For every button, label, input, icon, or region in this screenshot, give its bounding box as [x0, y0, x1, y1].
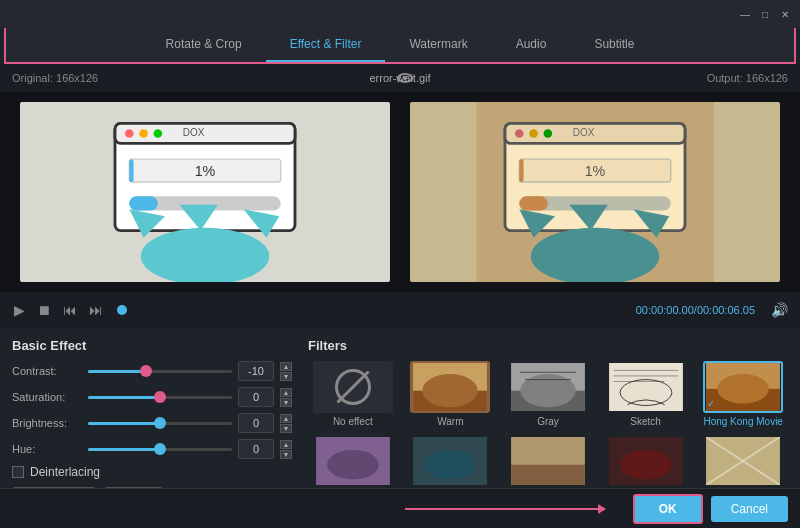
selected-check-icon: ✓: [707, 398, 715, 409]
contrast-slider[interactable]: [88, 370, 232, 373]
stop-button[interactable]: ⏹: [35, 300, 53, 320]
tab-rotate-crop[interactable]: Rotate & Crop: [142, 28, 266, 62]
filter-9[interactable]: [601, 435, 691, 490]
maximize-button[interactable]: □: [758, 7, 772, 21]
hue-slider[interactable]: [88, 448, 232, 451]
svg-text:1%: 1%: [585, 163, 606, 179]
filter-label-gray: Gray: [537, 416, 559, 427]
svg-text:1%: 1%: [195, 163, 216, 179]
brightness-value: 0: [238, 413, 274, 433]
controls-bar: ▶ ⏹ ⏮ ⏭ 00:00:00.00/00:00:06.05 🔊: [0, 292, 800, 328]
contrast-up-btn[interactable]: ▲: [280, 362, 292, 371]
svg-point-49: [327, 450, 379, 480]
svg-rect-10: [129, 196, 158, 210]
output-preview: DOX 1%: [410, 102, 780, 282]
cancel-button[interactable]: Cancel: [711, 496, 788, 522]
filter-sketch[interactable]: Sketch: [601, 361, 691, 427]
svg-rect-47: [706, 363, 780, 411]
filter-thumb-sketch: [606, 361, 686, 413]
svg-point-4: [154, 129, 163, 138]
tab-bar: Rotate & Crop Effect & Filter Watermark …: [4, 28, 796, 64]
svg-point-19: [529, 129, 538, 138]
saturation-thumb[interactable]: [154, 391, 166, 403]
saturation-fill: [88, 396, 160, 399]
preview-area: DOX 1% DOX: [0, 92, 800, 292]
brightness-slider[interactable]: [88, 422, 232, 425]
filter-8[interactable]: [503, 435, 593, 490]
filter-thumb-6: [313, 435, 393, 487]
svg-point-20: [544, 129, 553, 138]
saturation-slider[interactable]: [88, 396, 232, 399]
contrast-down-btn[interactable]: ▼: [280, 372, 292, 381]
saturation-down-btn[interactable]: ▼: [280, 398, 292, 407]
arrow-line: [405, 508, 605, 510]
contrast-value: -10: [238, 361, 274, 381]
basic-effect-panel: Basic Effect Contrast: -10 ▲ ▼ Saturatio…: [12, 338, 292, 478]
hue-value: 0: [238, 439, 274, 459]
hue-up-btn[interactable]: ▲: [280, 440, 292, 449]
filename-label: error-wait.gif: [369, 72, 430, 84]
close-button[interactable]: ✕: [778, 7, 792, 21]
arrow-indicator: [12, 508, 625, 510]
filters-title: Filters: [308, 338, 788, 353]
contrast-thumb[interactable]: [140, 365, 152, 377]
hue-thumb[interactable]: [154, 443, 166, 455]
filter-warm[interactable]: Warm: [406, 361, 496, 427]
no-effect-icon: [335, 369, 371, 405]
filter-7[interactable]: [406, 435, 496, 490]
saturation-value: 0: [238, 387, 274, 407]
contrast-label: Contrast:: [12, 365, 82, 377]
filter-thumb-8: [508, 435, 588, 487]
filters-grid: No effect Warm: [308, 361, 788, 490]
progress-indicator[interactable]: [117, 305, 127, 315]
hue-down-btn[interactable]: ▼: [280, 450, 292, 459]
brightness-label: Brightness:: [12, 417, 82, 429]
filter-hong-kong-movie[interactable]: ✓ Hong Kong Movie: [698, 361, 788, 427]
brightness-up-btn[interactable]: ▲: [280, 414, 292, 423]
hue-label: Hue:: [12, 443, 82, 455]
saturation-row: Saturation: 0 ▲ ▼: [12, 387, 292, 407]
saturation-label: Saturation:: [12, 391, 82, 403]
filter-10[interactable]: [698, 435, 788, 490]
prev-frame-button[interactable]: ⏮: [61, 300, 79, 320]
svg-rect-8: [129, 159, 133, 182]
tab-audio[interactable]: Audio: [492, 28, 571, 62]
svg-point-3: [139, 129, 148, 138]
filter-label-no-effect: No effect: [333, 416, 373, 427]
filter-no-effect[interactable]: No effect: [308, 361, 398, 427]
brightness-down-btn[interactable]: ▼: [280, 424, 292, 433]
svg-rect-26: [519, 196, 548, 210]
deinterlace-checkbox[interactable]: [12, 466, 24, 478]
brightness-row: Brightness: 0 ▲ ▼: [12, 413, 292, 433]
svg-point-36: [520, 374, 575, 407]
brightness-spinners: ▲ ▼: [280, 414, 292, 433]
tab-effect-filter[interactable]: Effect & Filter: [266, 28, 386, 62]
tab-subtitle[interactable]: Subtitle: [570, 28, 658, 62]
filter-thumb-9: [606, 435, 686, 487]
contrast-fill: [88, 370, 146, 373]
filter-thumb-7: [410, 435, 490, 487]
brightness-thumb[interactable]: [154, 417, 166, 429]
minimize-button[interactable]: —: [738, 7, 752, 21]
saturation-spinners: ▲ ▼: [280, 388, 292, 407]
filter-thumb-no-effect: [313, 361, 393, 413]
title-bar: — □ ✕: [0, 0, 800, 28]
play-button[interactable]: ▶: [12, 300, 27, 320]
basic-effect-title: Basic Effect: [12, 338, 292, 353]
filter-thumb-warm: [410, 361, 490, 413]
contrast-spinners: ▲ ▼: [280, 362, 292, 381]
output-size-label: Output: 166x126: [707, 72, 788, 84]
svg-point-33: [423, 374, 478, 407]
filter-label-sketch: Sketch: [630, 416, 661, 427]
next-frame-button[interactable]: ⏭: [87, 300, 105, 320]
bottom-bar: OK Cancel: [0, 488, 800, 528]
filter-gray[interactable]: Gray: [503, 361, 593, 427]
time-display: 00:00:00.00/00:00:06.05: [636, 304, 755, 316]
filter-6[interactable]: [308, 435, 398, 490]
svg-rect-24: [519, 159, 523, 182]
ok-button[interactable]: OK: [633, 494, 703, 524]
volume-icon[interactable]: 🔊: [771, 302, 788, 318]
tab-watermark[interactable]: Watermark: [385, 28, 491, 62]
filters-panel: Filters No effect Warm: [308, 338, 788, 478]
saturation-up-btn[interactable]: ▲: [280, 388, 292, 397]
